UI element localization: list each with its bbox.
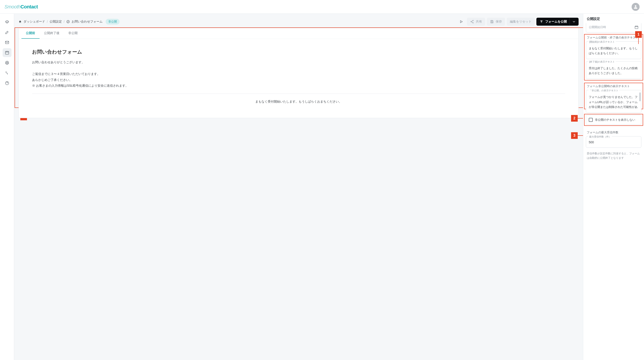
upload-icon bbox=[540, 20, 544, 24]
brush-icon bbox=[5, 30, 9, 35]
svg-point-5 bbox=[67, 20, 70, 23]
preview-p4: ※ お客さまの入力情報はSSL暗号化通信により安全に送信されます。 bbox=[32, 83, 565, 89]
hide-unpublished-checkbox[interactable]: 非公開のテキストを表示しない bbox=[586, 115, 641, 125]
svg-point-0 bbox=[635, 5, 636, 7]
status-badge: 非公開 bbox=[106, 19, 120, 25]
start-date-field[interactable]: 公開開始日時 bbox=[586, 23, 641, 33]
preview-p3: あらかじめご了承ください。 bbox=[32, 77, 565, 83]
reset-button[interactable]: 編集をリセット bbox=[507, 18, 534, 26]
preview-p2: ご返信までに３〜４営業日いただいております。 bbox=[32, 71, 565, 77]
right-panel: 公開設定 公開開始日時 フォーム公開前・終了後の表示テキスト [開始前]の表示テ… bbox=[583, 14, 644, 360]
logo[interactable]: SmoothContact bbox=[4, 4, 38, 10]
right-panel-body: 公開開始日時 フォーム公開前・終了後の表示テキスト [開始前]の表示テキスト ま… bbox=[583, 23, 644, 360]
unpublished-text-value: フォームが見つかりませんでした。フォームURLが誤っているか、フォームが非公開ま… bbox=[589, 95, 638, 108]
scrollbar-thumb[interactable] bbox=[639, 92, 641, 101]
preview-tabs: 公開前 公開終了後 非公開 bbox=[19, 28, 578, 39]
svg-point-6 bbox=[473, 20, 474, 21]
svg-point-7 bbox=[471, 22, 472, 22]
unpublished-text-field[interactable]: 「非公開」の表示テキスト フォームが見つかりませんでした。フォームURLが誤って… bbox=[586, 90, 641, 113]
max-count-field[interactable]: 最大受信件数（件） bbox=[586, 136, 641, 148]
max-count-group: フォームの最大受信件数 最大受信件数（件） 受信件数が設定件数に到達すると、フォ… bbox=[586, 131, 641, 160]
before-text-label: [開始前]の表示テキスト bbox=[588, 40, 616, 44]
sidebar-item-calendar[interactable] bbox=[3, 48, 12, 57]
sidebar-item-help[interactable] bbox=[3, 79, 12, 88]
max-count-help: 受信件数が設定件数に到達すると、フォームは自動的に公開終了となります bbox=[586, 150, 641, 160]
mail-icon bbox=[5, 40, 9, 45]
before-text-field[interactable]: [開始前]の表示テキスト まもなく受付開始いたします。もうしばらくおまちください… bbox=[586, 41, 641, 59]
breadcrumb-publish[interactable]: 公開設定 bbox=[50, 20, 62, 24]
svg-point-8 bbox=[473, 23, 474, 23]
check-circle-icon bbox=[66, 20, 70, 24]
sidebar-item-integration[interactable] bbox=[3, 69, 12, 77]
logo-contact: Contact bbox=[20, 4, 38, 10]
before-text-value: まもなく受付開始いたします。もうしばらくおまちください。 bbox=[589, 47, 638, 55]
sidebar-item-mail[interactable] bbox=[3, 38, 12, 47]
reset-label: 編集をリセット bbox=[510, 20, 532, 24]
tab-before[interactable]: 公開前 bbox=[22, 28, 40, 39]
app-header: SmoothContact bbox=[0, 0, 644, 14]
tab-unpublished[interactable]: 非公開 bbox=[64, 28, 82, 39]
breadcrumb: ダッシュボード / 公開設定 / お問い合わせフォーム 非公開 bbox=[18, 19, 120, 25]
play-button[interactable] bbox=[457, 18, 465, 26]
unpublished-text-label: 「非公開」の表示テキスト bbox=[588, 89, 619, 93]
sidebar-item-edit[interactable] bbox=[3, 28, 12, 37]
sidebar-item-layers[interactable] bbox=[3, 18, 12, 27]
max-count-label: 最大受信件数（件） bbox=[588, 135, 612, 139]
home-icon bbox=[18, 20, 22, 23]
share-label: 共有 bbox=[476, 20, 482, 24]
save-button[interactable]: 保存 bbox=[487, 18, 505, 26]
annotation-number-1: 1 bbox=[635, 31, 642, 38]
preview-title: お問い合わせフォーム bbox=[32, 49, 565, 55]
hide-unpublished-label: 非公開のテキストを表示しない bbox=[595, 118, 635, 122]
breadcrumb-sep: / bbox=[47, 20, 48, 24]
toolbar: ダッシュボード / 公開設定 / お問い合わせフォーム 非公開 共有 保存 bbox=[14, 14, 583, 28]
svg-rect-2 bbox=[5, 51, 8, 54]
breadcrumb-form: お問い合わせフォーム bbox=[72, 20, 102, 24]
person-icon bbox=[633, 5, 638, 9]
tab-after[interactable]: 公開終了後 bbox=[40, 28, 64, 39]
gear-icon bbox=[5, 61, 9, 65]
publish-button[interactable]: フォームを公開 bbox=[536, 18, 578, 26]
publish-dropdown[interactable] bbox=[570, 18, 576, 26]
play-icon bbox=[459, 20, 463, 24]
layers-icon bbox=[5, 20, 9, 24]
after-text-field[interactable]: [終了後]の表示テキスト 受付は終了しました。たくさんの投稿ありがとうございまし… bbox=[586, 61, 641, 79]
after-text-value: 受付は終了しました。たくさんの投稿ありがとうございました。 bbox=[589, 67, 638, 75]
svg-rect-9 bbox=[635, 26, 638, 29]
right-panel-title: 公開設定 bbox=[583, 14, 644, 23]
help-icon bbox=[5, 81, 9, 85]
schedule-group: 公開開始日時 bbox=[586, 23, 641, 33]
annotation-number-3: 3 bbox=[571, 132, 578, 139]
save-icon bbox=[490, 20, 494, 24]
share-icon bbox=[470, 20, 474, 24]
preview-p1: お問い合わせありがとうございます。 bbox=[32, 59, 565, 65]
before-after-group: フォーム公開前・終了後の表示テキスト [開始前]の表示テキスト まもなく受付開始… bbox=[586, 36, 641, 79]
checkbox-box bbox=[589, 118, 593, 122]
save-label: 保存 bbox=[496, 20, 502, 24]
breadcrumb-sep: / bbox=[64, 20, 64, 24]
annotation-number-2: 2 bbox=[571, 115, 578, 122]
logo-smooth: Smooth bbox=[4, 4, 20, 10]
plug-icon bbox=[5, 71, 9, 75]
sidebar-item-settings[interactable] bbox=[3, 58, 12, 67]
preview-center-msg: まもなく受付開始いたします。もうしばらくおまちください。 bbox=[32, 99, 565, 105]
after-text-label: [終了後]の表示テキスト bbox=[588, 60, 616, 64]
left-sidebar bbox=[0, 14, 14, 360]
calendar-icon bbox=[634, 25, 638, 29]
start-date-placeholder: 公開開始日時 bbox=[589, 25, 606, 30]
chevron-down-icon bbox=[572, 20, 576, 24]
preview-card: 公開前 公開終了後 非公開 お問い合わせフォーム お問い合わせありがとうございま… bbox=[18, 28, 578, 118]
share-button[interactable]: 共有 bbox=[467, 18, 485, 26]
svg-point-3 bbox=[6, 62, 8, 64]
main-area: ダッシュボード / 公開設定 / お問い合わせフォーム 非公開 共有 保存 bbox=[14, 14, 583, 360]
form-preview: お問い合わせフォーム お問い合わせありがとうございます。 ご返信までに３〜４営業… bbox=[19, 39, 578, 118]
preview-divider bbox=[32, 94, 565, 94]
calendar-icon bbox=[5, 51, 9, 55]
max-count-input[interactable] bbox=[589, 140, 638, 144]
publish-label: フォームを公開 bbox=[545, 20, 567, 24]
unpublished-group: フォーム非公開時の表示テキスト 「非公開」の表示テキスト フォームが見つかりませ… bbox=[586, 84, 641, 125]
breadcrumb-dashboard[interactable]: ダッシュボード bbox=[24, 20, 45, 24]
avatar[interactable] bbox=[632, 3, 640, 11]
